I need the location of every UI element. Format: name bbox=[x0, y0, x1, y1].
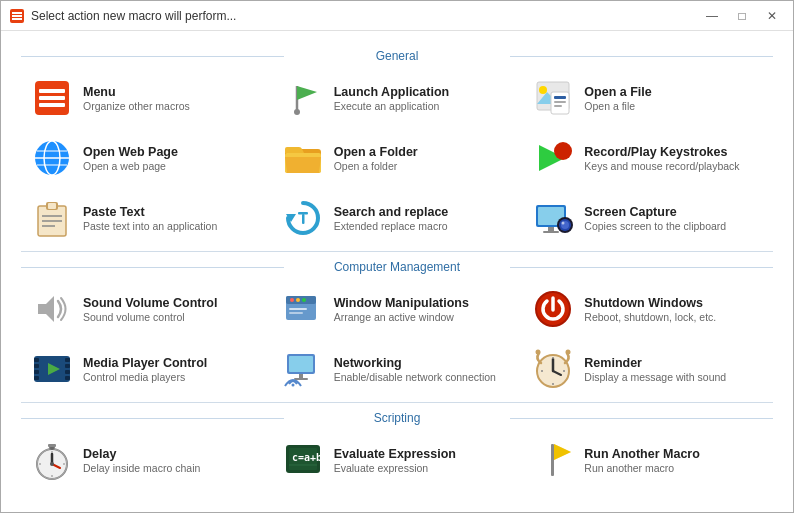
search-replace-title: Search and replace bbox=[334, 205, 449, 219]
shutdown-item[interactable]: Shutdown Windows Reboot, shutdown, lock,… bbox=[522, 280, 773, 338]
svg-point-69 bbox=[291, 384, 294, 387]
svg-rect-52 bbox=[289, 312, 303, 314]
section-general-header: General bbox=[21, 49, 773, 63]
reminder-item[interactable]: Reminder Display a message with sound bbox=[522, 340, 773, 398]
launch-app-item[interactable]: Launch Application Execute an applicatio… bbox=[272, 69, 523, 127]
svg-rect-62 bbox=[65, 370, 70, 374]
svg-rect-3 bbox=[12, 18, 22, 20]
minimize-button[interactable]: — bbox=[699, 6, 725, 26]
evaluate-icon: c=a+b bbox=[282, 439, 324, 481]
screen-capture-icon bbox=[532, 197, 574, 239]
window-manip-desc: Arrange an active window bbox=[334, 311, 469, 323]
media-title: Media Player Control bbox=[83, 356, 207, 370]
svg-rect-5 bbox=[39, 89, 65, 93]
launch-app-text: Launch Application Execute an applicatio… bbox=[334, 85, 450, 112]
svg-rect-95 bbox=[551, 444, 554, 476]
record-play-item[interactable]: Record/Play Keystrokes Keys and mouse re… bbox=[522, 129, 773, 187]
svg-rect-83 bbox=[48, 444, 56, 447]
run-macro-icon bbox=[532, 439, 574, 481]
shutdown-title: Shutdown Windows bbox=[584, 296, 716, 310]
maximize-button[interactable]: □ bbox=[729, 6, 755, 26]
shutdown-icon bbox=[532, 288, 574, 330]
svg-rect-51 bbox=[289, 308, 307, 310]
search-replace-desc: Extended replace macro bbox=[334, 220, 449, 232]
svg-point-73 bbox=[536, 350, 541, 355]
sound-icon bbox=[31, 288, 73, 330]
launch-app-title: Launch Application bbox=[334, 85, 450, 99]
svg-rect-58 bbox=[34, 370, 39, 374]
networking-item[interactable]: Networking Enable/disable network connec… bbox=[272, 340, 523, 398]
svg-point-42 bbox=[562, 222, 565, 225]
delay-item[interactable]: Delay Delay inside macro chain bbox=[21, 431, 272, 489]
svg-rect-1 bbox=[12, 12, 22, 14]
paste-text-item[interactable]: Paste Text Paste text into an applicatio… bbox=[21, 189, 272, 247]
svg-rect-68 bbox=[294, 378, 308, 380]
media-text: Media Player Control Control media playe… bbox=[83, 356, 207, 383]
menu-icon bbox=[31, 77, 73, 119]
svg-rect-61 bbox=[65, 364, 70, 368]
sound-title: Sound Volume Control bbox=[83, 296, 217, 310]
divider-1 bbox=[21, 251, 773, 252]
media-item[interactable]: Media Player Control Control media playe… bbox=[21, 340, 272, 398]
divider-2 bbox=[21, 402, 773, 403]
window-manip-item[interactable]: Window Manipulations Arrange an active w… bbox=[272, 280, 523, 338]
svg-marker-45 bbox=[38, 296, 54, 322]
svg-point-48 bbox=[290, 298, 294, 302]
sound-item[interactable]: Sound Volume Control Sound volume contro… bbox=[21, 280, 272, 338]
networking-icon bbox=[282, 348, 324, 390]
window-manip-text: Window Manipulations Arrange an active w… bbox=[334, 296, 469, 323]
title-bar: Select action new macro will perform... … bbox=[1, 1, 793, 31]
window-manip-title: Window Manipulations bbox=[334, 296, 469, 310]
svg-rect-2 bbox=[12, 15, 22, 17]
svg-rect-18 bbox=[554, 105, 562, 107]
reminder-desc: Display a message with sound bbox=[584, 371, 726, 383]
open-folder-text: Open a Folder Open a folder bbox=[334, 145, 418, 172]
sound-text: Sound Volume Control Sound volume contro… bbox=[83, 296, 217, 323]
svg-point-86 bbox=[50, 462, 54, 466]
open-file-item[interactable]: Open a File Open a file bbox=[522, 69, 773, 127]
delay-title: Delay bbox=[83, 447, 200, 461]
open-folder-title: Open a Folder bbox=[334, 145, 418, 159]
svg-point-50 bbox=[302, 298, 306, 302]
run-macro-title: Run Another Macro bbox=[584, 447, 700, 461]
open-web-item[interactable]: Open Web Page Open a web page bbox=[21, 129, 272, 187]
open-web-text: Open Web Page Open a web page bbox=[83, 145, 178, 172]
shutdown-desc: Reboot, shutdown, lock, etc. bbox=[584, 311, 716, 323]
open-web-desc: Open a web page bbox=[83, 160, 178, 172]
record-play-title: Record/Play Keystrokes bbox=[584, 145, 739, 159]
paste-text-title: Paste Text bbox=[83, 205, 217, 219]
svg-rect-44 bbox=[543, 231, 559, 233]
open-folder-item[interactable]: Open a Folder Open a folder bbox=[272, 129, 523, 187]
open-file-text: Open a File Open a file bbox=[584, 85, 651, 112]
evaluate-desc: Evaluate expression bbox=[334, 462, 456, 474]
run-macro-item[interactable]: Run Another Macro Run another macro bbox=[522, 431, 773, 489]
svg-point-10 bbox=[294, 109, 300, 115]
search-replace-icon bbox=[282, 197, 324, 239]
screen-capture-item[interactable]: Screen Capture Copies screen to the clip… bbox=[522, 189, 773, 247]
svg-rect-30 bbox=[48, 203, 56, 209]
reminder-icon bbox=[532, 348, 574, 390]
general-grid: Menu Organize other macros bbox=[21, 69, 773, 247]
menu-title: Menu bbox=[83, 85, 190, 99]
svg-rect-63 bbox=[65, 376, 70, 380]
networking-desc: Enable/disable network connection bbox=[334, 371, 496, 383]
menu-text: Menu Organize other macros bbox=[83, 85, 190, 112]
svg-point-14 bbox=[539, 86, 547, 94]
shutdown-text: Shutdown Windows Reboot, shutdown, lock,… bbox=[584, 296, 716, 323]
record-play-icon bbox=[532, 137, 574, 179]
open-web-title: Open Web Page bbox=[83, 145, 178, 159]
delay-icon bbox=[31, 439, 73, 481]
close-button[interactable]: ✕ bbox=[759, 6, 785, 26]
media-icon bbox=[31, 348, 73, 390]
app-icon bbox=[9, 8, 25, 24]
run-macro-text: Run Another Macro Run another macro bbox=[584, 447, 700, 474]
search-replace-item[interactable]: Search and replace Extended replace macr… bbox=[272, 189, 523, 247]
evaluate-item[interactable]: c=a+b Evaluate Expression Evaluate expre… bbox=[272, 431, 523, 489]
menu-item[interactable]: Menu Organize other macros bbox=[21, 69, 272, 127]
computer-grid: Sound Volume Control Sound volume contro… bbox=[21, 280, 773, 398]
screen-capture-title: Screen Capture bbox=[584, 205, 726, 219]
run-macro-desc: Run another macro bbox=[584, 462, 700, 474]
screen-capture-desc: Copies screen to the clipboard bbox=[584, 220, 726, 232]
delay-text: Delay Delay inside macro chain bbox=[83, 447, 200, 474]
reminder-title: Reminder bbox=[584, 356, 726, 370]
